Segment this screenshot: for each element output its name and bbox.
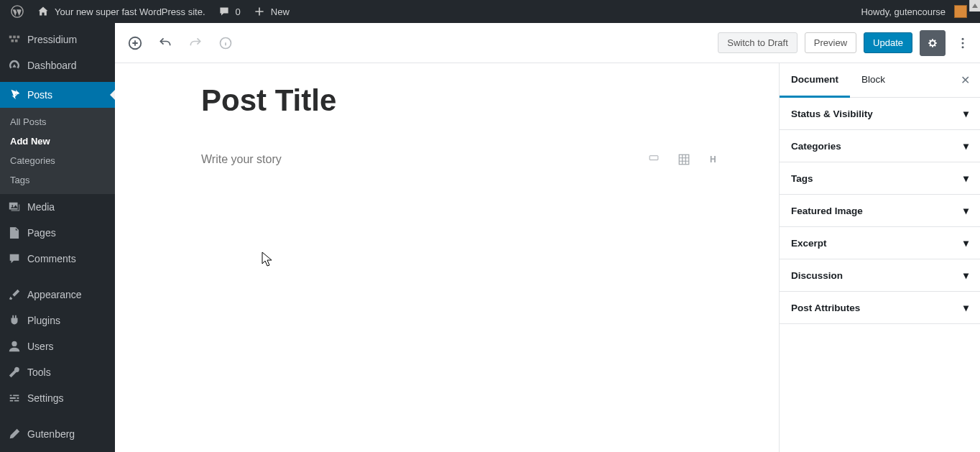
tab-block[interactable]: Block: [850, 63, 897, 98]
chevron-down-icon: ▾: [963, 108, 969, 119]
menu-media[interactable]: Media: [0, 194, 115, 220]
chevron-down-icon: ▾: [963, 172, 969, 184]
block-tool-heading-icon[interactable]: H: [707, 152, 721, 167]
home-icon: [36, 4, 50, 19]
pressidium-icon: [7, 32, 22, 47]
panel-excerpt[interactable]: Excerpt ▾: [780, 227, 980, 259]
preview-button[interactable]: Preview: [805, 32, 856, 53]
pages-icon: [7, 226, 22, 240]
update-button[interactable]: Update: [864, 32, 912, 53]
svg-rect-13: [679, 154, 689, 165]
my-account[interactable]: Howdy, gutencourse: [855, 0, 973, 23]
panel-status-visibility[interactable]: Status & Visibility ▾: [780, 98, 980, 130]
add-block-button[interactable]: [126, 34, 144, 52]
chevron-down-icon: ▾: [963, 302, 969, 313]
wrench-icon: [7, 365, 22, 379]
close-sidebar-button[interactable]: ✕: [954, 70, 976, 91]
switch-to-draft-button[interactable]: Switch to Draft: [718, 32, 798, 53]
plus-icon: [252, 4, 267, 19]
submenu-categories[interactable]: Categories: [0, 151, 115, 170]
editor-toolbar: Switch to Draft Preview Update: [115, 23, 980, 63]
submenu-posts: All Posts Add New Categories Tags: [0, 108, 115, 194]
chevron-down-icon: ▾: [963, 140, 969, 152]
menu-dashboard[interactable]: Dashboard: [0, 52, 115, 78]
info-button[interactable]: [217, 34, 234, 52]
chevron-down-icon: ▾: [963, 205, 969, 216]
svg-rect-12: [650, 156, 658, 160]
menu-comments[interactable]: Comments: [0, 246, 115, 272]
svg-rect-4: [11, 40, 14, 42]
svg-rect-3: [17, 36, 20, 39]
cursor-icon: [262, 252, 273, 267]
svg-text:H: H: [710, 154, 716, 165]
howdy-text: Howdy, gutencourse: [861, 6, 946, 17]
panel-discussion[interactable]: Discussion ▾: [780, 259, 980, 292]
menu-plugins[interactable]: Plugins: [0, 308, 115, 333]
plug-icon: [7, 313, 22, 328]
submenu-add-new[interactable]: Add New: [0, 132, 115, 151]
menu-gutenberg[interactable]: Gutenberg: [0, 421, 115, 447]
svg-point-6: [11, 341, 17, 346]
media-icon: [7, 200, 22, 214]
panel-post-attributes[interactable]: Post Attributes ▾: [780, 292, 980, 324]
menu-tools[interactable]: Tools: [0, 359, 115, 385]
wp-logo[interactable]: [4, 0, 30, 23]
admin-sidebar: Pressidium Dashboard Posts All Posts Add…: [0, 23, 115, 452]
comments-link[interactable]: 0: [211, 0, 246, 23]
pin-icon: [7, 88, 22, 102]
submenu-all-posts[interactable]: All Posts: [0, 112, 115, 132]
dashboard-icon: [7, 58, 22, 73]
undo-button[interactable]: [157, 34, 174, 52]
menu-settings[interactable]: Settings: [0, 385, 115, 411]
site-link[interactable]: Your new super fast WordPress site.: [30, 0, 211, 23]
story-input[interactable]: [201, 153, 647, 166]
menu-appearance[interactable]: Appearance: [0, 282, 115, 308]
svg-rect-1: [9, 36, 12, 39]
chevron-down-icon: ▾: [963, 237, 969, 249]
comments-icon: [7, 252, 22, 266]
chevron-down-icon: ▾: [963, 269, 969, 281]
avatar: [954, 5, 967, 18]
pencil-icon: [7, 427, 22, 441]
new-label: New: [271, 6, 290, 17]
editor-canvas[interactable]: H: [115, 63, 779, 452]
redo-button[interactable]: [187, 34, 204, 52]
scrollbar-up-icon[interactable]: [969, 0, 980, 11]
panel-featured-image[interactable]: Featured Image ▾: [780, 195, 980, 227]
brush-icon: [7, 287, 22, 302]
svg-point-10: [962, 42, 964, 44]
settings-toggle-button[interactable]: [920, 30, 946, 56]
tab-document[interactable]: Document: [780, 63, 850, 98]
sliders-icon: [7, 391, 22, 405]
new-content-link[interactable]: New: [246, 0, 295, 23]
comment-icon: [217, 4, 231, 19]
block-tool-textbox-icon[interactable]: [647, 152, 661, 167]
menu-users[interactable]: Users: [0, 333, 115, 359]
svg-rect-5: [15, 40, 18, 42]
svg-point-9: [962, 37, 964, 40]
panel-categories[interactable]: Categories ▾: [780, 130, 980, 162]
menu-pages[interactable]: Pages: [0, 220, 115, 246]
block-tool-table-icon[interactable]: [677, 152, 691, 167]
more-options-button[interactable]: [953, 30, 973, 56]
svg-point-0: [11, 6, 23, 17]
post-title-input[interactable]: [201, 83, 704, 118]
panel-tags[interactable]: Tags ▾: [780, 162, 980, 195]
menu-pressidium[interactable]: Pressidium: [0, 27, 115, 52]
settings-sidebar: Document Block ✕ Status & Visibility ▾ C…: [779, 63, 980, 452]
site-name: Your new super fast WordPress site.: [55, 6, 205, 17]
menu-posts[interactable]: Posts: [0, 82, 115, 108]
wordpress-icon: [10, 4, 24, 19]
svg-rect-2: [13, 36, 16, 39]
svg-point-11: [962, 46, 964, 48]
comments-count: 0: [236, 6, 241, 17]
user-icon: [7, 339, 22, 354]
submenu-tags[interactable]: Tags: [0, 170, 115, 190]
